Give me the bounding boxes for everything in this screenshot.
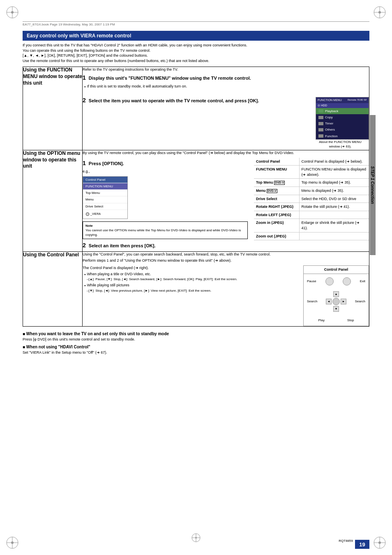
section2-right: Control Panel Control Panel is displayed… xyxy=(254,158,369,251)
standby-text: Press [φ DVD] on this unit's remote cont… xyxy=(23,337,369,341)
feature-row-8: Zoom in (JPEG) Enlarge or shrink the sti… xyxy=(254,219,369,232)
feature-row-3: Top Menu DVD-V Top menu is displayed (➜ … xyxy=(254,179,369,187)
section2-eg: e.g., xyxy=(83,169,248,174)
function-menu-item-playback: Playback xyxy=(316,108,369,114)
feature-drive-select-desc: Select the HDD, DVD or SD drive xyxy=(299,195,369,203)
function-menu-caption-line2: window (➜ 63). xyxy=(313,144,368,149)
section2-intro: By using the TV remote control, you can … xyxy=(83,150,369,156)
section1-refer: Refer to the TV operating instructions f… xyxy=(83,67,369,72)
section-header: Easy control only with VIERA remote cont… xyxy=(23,31,369,41)
section1-label: Using the FUNCTION MENU window to operat… xyxy=(23,67,82,85)
feature-row-7: Rotate LEFT (JPEG) xyxy=(254,211,369,219)
feature-row-4: Menu DVD-V Menu is displayed (➜ 35). xyxy=(254,187,369,195)
cp-title: Control Panel xyxy=(304,266,369,274)
cp-body: Pause Exit Search ▲ ▼ xyxy=(304,274,369,326)
cp-middle-row: Search ▲ ▼ ◄ ► Search xyxy=(307,291,365,312)
section2-step2-text: Select an item then press [OK]. xyxy=(89,243,156,248)
cp-dpad-right: ► xyxy=(341,299,346,304)
svg-point-11 xyxy=(11,541,14,544)
control-panel-diagram: Control Panel Pause Exit Search xyxy=(303,265,369,326)
function-menu-item-timer: Timer xyxy=(316,120,369,127)
function-menu-item-function: Function xyxy=(316,133,369,139)
section1-step1-bullet: If this unit is set to standby mode, it … xyxy=(83,84,369,89)
section3-intro1: Using the "Control Panel", you can opera… xyxy=(83,252,369,257)
section1-step2-text: Select the item you want to operate with… xyxy=(89,98,259,103)
svg-point-3 xyxy=(11,11,14,14)
section1-step1-text: Display this unit's "FUNCTION MENU" wind… xyxy=(89,76,251,81)
feature-menu-name: Menu DVD-V xyxy=(254,187,299,195)
feature-row-9: Zoom out (JPEG) xyxy=(254,232,369,240)
section2-step2: 2 Select an item then press [OK]. xyxy=(83,242,248,250)
section2-label-cell: Using the OPTION menu window to operate … xyxy=(23,150,83,252)
svg-point-7 xyxy=(378,11,381,14)
section1-step2-left: 2 Select the item you want to operate wi… xyxy=(83,95,307,150)
corner-decoration-bl xyxy=(4,534,21,551)
feature-control-panel-name: Control Panel xyxy=(254,158,299,166)
cp-search-right-label: Search xyxy=(355,299,365,304)
note-box: Note You cannot use the OPTION menu whil… xyxy=(83,221,248,240)
section1-label-cell: Using the FUNCTION MENU window to operat… xyxy=(23,67,83,150)
step-label: STEP 1 Connection xyxy=(371,166,375,204)
cp-dpad: ▲ ▼ ◄ ► xyxy=(326,291,346,312)
cp-dpad-down: ▼ xyxy=(333,306,339,312)
option-menu-top-menu: Top Menu xyxy=(83,190,127,196)
intro-line4: Use the remote control for this unit to … xyxy=(23,58,369,64)
feature-zoom-out-name: Zoom out (JPEG) xyxy=(254,232,299,240)
feature-rotate-right-name: Rotate RIGHT (JPEG) xyxy=(254,203,299,211)
corner-decoration-br xyxy=(371,534,388,551)
section2-content-cell: By using the TV remote control, you can … xyxy=(83,150,369,252)
rqt-code: RQT8859 xyxy=(339,539,353,543)
section1-step1-num: 1 Display this unit's "FUNCTION MENU" wi… xyxy=(83,74,369,82)
intro-line3: [▲, ▼, ◄, ►], [OK], [RETURN], [EXIT], [O… xyxy=(23,53,369,58)
feature-zoom-in-desc: Enlarge or shrink the still picture (➜ 4… xyxy=(299,219,369,232)
section1-content-cell: Refer to the TV operating instructions f… xyxy=(83,67,369,150)
cp-play-label: Play xyxy=(318,318,325,322)
hdavi-title: When not using "HDAVI Control" xyxy=(23,345,369,349)
function-menu-item-copy: Copy xyxy=(316,114,369,120)
section1-table: Using the FUNCTION MENU window to operat… xyxy=(23,67,369,326)
intro-text: If you connect this unit to the TV that … xyxy=(23,43,369,63)
feature-row-2: FUNCTION MENU FUNCTION MENU window is di… xyxy=(254,166,369,179)
feature-function-menu-name: FUNCTION MENU xyxy=(254,166,299,179)
feature-row-5: Drive Select Select the HDD, DVD or SD d… xyxy=(254,195,369,203)
function-menu-image: FUNCTION MENU Remote 70:80 SF ⊙ HDD Play… xyxy=(311,95,369,150)
option-menu-img: Control Panel FUNCTION MENU Top Menu Men… xyxy=(83,176,128,219)
feature-function-menu-desc: FUNCTION MENU window is displayed (➜ abo… xyxy=(299,166,369,179)
cp-stop-label: Stop xyxy=(347,318,354,322)
feature-row-1: Control Panel Control Panel is displayed… xyxy=(254,158,369,166)
page-number: 19 xyxy=(355,540,369,549)
cp-top-row: Pause Exit xyxy=(307,277,365,286)
feature-row-6: Rotate RIGHT (JPEG) Rotate the still pic… xyxy=(254,203,369,211)
section3-intro2: Perform steps 1 and 2 of "Using the OPTI… xyxy=(83,258,369,263)
intro-line1: If you connect this unit to the TV that … xyxy=(23,43,369,48)
option-menu-function-menu: FUNCTION MENU xyxy=(83,183,127,190)
cp-dpad-center xyxy=(332,298,340,305)
function-menu-item-others: Others xyxy=(316,127,369,133)
function-menu-hdd: ⊙ HDD xyxy=(316,103,369,108)
feature-drive-select-name: Drive Select xyxy=(254,195,299,203)
intro-line2: You can operate this unit using the foll… xyxy=(23,48,369,53)
standby-section: When you want to leave the TV on and set… xyxy=(23,332,369,341)
section2-step1: 1 Press [OPTION]. xyxy=(83,159,248,168)
hdavi-section: When not using "HDAVI Control" Set "VIER… xyxy=(23,345,369,355)
feature-rotate-left-desc xyxy=(299,211,369,219)
option-menu-control-panel: Control Panel xyxy=(83,177,127,183)
file-info-bar: EA77_87GX.book Page 19 Wednesday, May 30… xyxy=(23,21,369,26)
corner-decoration-tl xyxy=(4,4,21,21)
section2-label: Using the OPTION menu window to operate … xyxy=(23,150,80,169)
standby-title: When you want to leave the TV on and set… xyxy=(23,332,369,336)
section2-step1-text: Press [OPTION]. xyxy=(89,161,124,166)
function-menu-img: FUNCTION MENU Remote 70:80 SF ⊙ HDD Play… xyxy=(316,97,369,140)
option-menu-drive-select: Drive Select xyxy=(83,203,127,210)
cp-dpad-left: ◄ xyxy=(326,299,332,304)
section3-content-cell: Using the "Control Panel", you can opera… xyxy=(83,251,369,326)
cp-dpad-up: ▲ xyxy=(333,291,339,297)
corner-decoration-tr xyxy=(371,4,388,21)
cp-exit-label: Exit xyxy=(360,279,365,283)
section3-label: Using the Control Panel xyxy=(23,252,79,258)
section2-body: 1 Press [OPTION]. e.g., Control Panel FU… xyxy=(83,158,369,251)
note-title: Note xyxy=(85,223,245,228)
hdavi-text: Set "VIERA Link" in the Setup menu to "O… xyxy=(23,350,369,355)
feature-menu-desc: Menu is displayed (➜ 35). xyxy=(299,187,369,195)
cp-exit-button xyxy=(343,277,351,286)
